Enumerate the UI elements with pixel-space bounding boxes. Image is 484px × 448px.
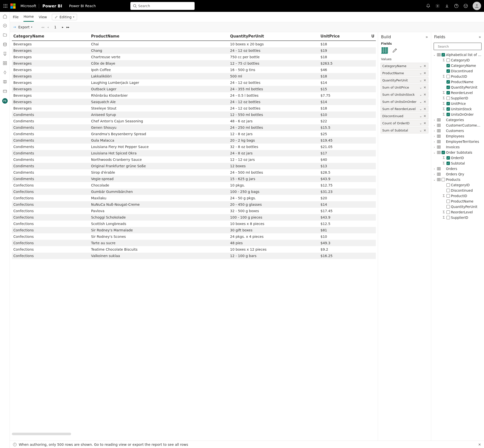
user-avatar[interactable]	[473, 2, 481, 10]
svg-point-11	[437, 5, 438, 7]
svg-point-4	[5, 6, 6, 6]
search-icon	[133, 4, 137, 8]
svg-point-13	[464, 4, 468, 8]
svg-line-10	[136, 7, 137, 8]
app-header: Microsoft Power BI Power BI Reach Search	[0, 0, 484, 12]
svg-point-15	[466, 5, 467, 6]
svg-point-16	[476, 4, 478, 6]
svg-point-6	[4, 7, 4, 8]
svg-point-0	[4, 4, 4, 5]
download-icon[interactable]	[444, 3, 449, 8]
global-search[interactable]: Search	[130, 2, 195, 10]
help-icon[interactable]	[454, 3, 459, 8]
workspace-name[interactable]: Power BI Reach	[66, 4, 96, 8]
microsoft-logo-icon	[10, 3, 16, 9]
product-name: Power BI	[39, 4, 66, 8]
feedback-icon[interactable]	[463, 3, 468, 8]
notifications-icon[interactable]	[426, 3, 431, 8]
svg-point-7	[5, 7, 6, 8]
svg-point-8	[7, 7, 7, 8]
svg-point-2	[7, 4, 7, 5]
brand-label: Microsoft	[20, 4, 36, 8]
svg-point-14	[465, 5, 465, 6]
waffle-icon[interactable]	[3, 3, 8, 8]
svg-point-1	[5, 4, 6, 5]
settings-icon[interactable]	[435, 3, 440, 8]
svg-point-9	[133, 4, 136, 7]
svg-point-3	[4, 6, 4, 6]
svg-point-5	[7, 6, 7, 6]
